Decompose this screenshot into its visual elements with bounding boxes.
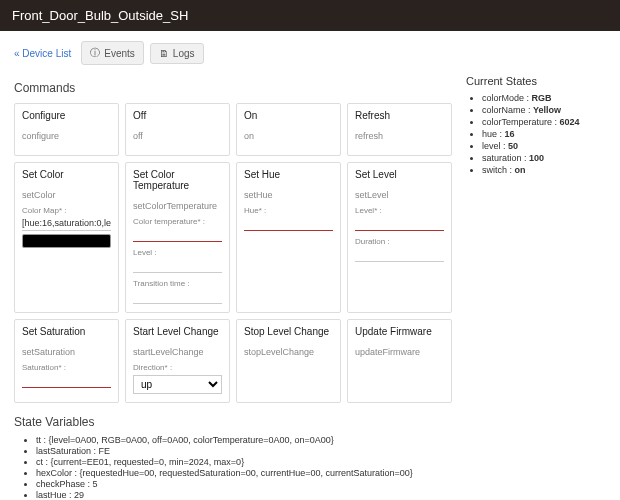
level-label: Level* : <box>355 206 444 215</box>
app-header: Front_Door_Bulb_Outside_SH <box>0 0 620 31</box>
saturation-input[interactable] <box>22 373 111 388</box>
state-item: saturation : 100 <box>482 153 606 163</box>
cmd-sub: startLevelChange <box>133 347 222 357</box>
cmd-title: Stop Level Change <box>244 326 333 337</box>
top-nav: « Device List ⓘ Events 🗎 Logs <box>14 41 606 65</box>
cmd-set-saturation[interactable]: Set Saturation setSaturation Saturation*… <box>14 319 119 403</box>
state-variables-list: tt : {level=0A00, RGB=0A00, off=0A00, co… <box>14 435 452 500</box>
cmd-title: On <box>244 110 333 121</box>
cmd-start-level-change[interactable]: Start Level Change startLevelChange Dire… <box>125 319 230 403</box>
variable-item: tt : {level=0A00, RGB=0A00, off=0A00, co… <box>36 435 452 445</box>
cmd-set-color-temperature[interactable]: Set Color Temperature setColorTemperatur… <box>125 162 230 313</box>
cmd-sub: configure <box>22 131 111 141</box>
state-item: colorName : Yellow <box>482 105 606 115</box>
direction-select[interactable]: up <box>133 375 222 394</box>
cmd-sub: off <box>133 131 222 141</box>
hue-label: Hue* : <box>244 206 333 215</box>
state-item: colorMode : RGB <box>482 93 606 103</box>
cmd-stop-level-change[interactable]: Stop Level Change stopLevelChange <box>236 319 341 403</box>
cmd-set-color[interactable]: Set Color setColor Color Map* : <box>14 162 119 313</box>
cmd-sub: setHue <box>244 190 333 200</box>
cmd-update-firmware[interactable]: Update Firmware updateFirmware <box>347 319 452 403</box>
cmd-title: Start Level Change <box>133 326 222 337</box>
state-item: level : 50 <box>482 141 606 151</box>
cmd-configure[interactable]: Configure configure <box>14 103 119 156</box>
cmd-off[interactable]: Off off <box>125 103 230 156</box>
cmd-title: Set Color Temperature <box>133 169 222 191</box>
duration-label: Duration : <box>355 237 444 246</box>
logs-label: Logs <box>173 48 195 59</box>
cmd-title: Configure <box>22 110 111 121</box>
level-input[interactable] <box>355 216 444 231</box>
ct-level-label: Level : <box>133 248 222 257</box>
state-item: colorTemperature : 6024 <box>482 117 606 127</box>
current-states-heading: Current States <box>466 75 606 87</box>
variable-item: lastHue : 29 <box>36 490 452 500</box>
info-icon: ⓘ <box>90 46 100 60</box>
document-icon: 🗎 <box>159 48 169 59</box>
cmd-set-level[interactable]: Set Level setLevel Level* : Duration : <box>347 162 452 313</box>
cmd-sub: updateFirmware <box>355 347 444 357</box>
cmd-sub: setColor <box>22 190 111 200</box>
direction-label: Direction* : <box>133 363 222 372</box>
content-area: « Device List ⓘ Events 🗎 Logs Commands C… <box>0 31 620 500</box>
page-title: Front_Door_Bulb_Outside_SH <box>12 8 188 23</box>
cmd-title: Set Color <box>22 169 111 180</box>
commands-heading: Commands <box>14 81 452 95</box>
cmd-sub: stopLevelChange <box>244 347 333 357</box>
cmd-title: Set Level <box>355 169 444 180</box>
ct-label: Color temperature* : <box>133 217 222 226</box>
events-button[interactable]: ⓘ Events <box>81 41 144 65</box>
cmd-title: Off <box>133 110 222 121</box>
variable-item: checkPhase : 5 <box>36 479 452 489</box>
ct-tt-label: Transition time : <box>133 279 222 288</box>
color-map-input[interactable] <box>22 216 111 231</box>
color-swatch[interactable] <box>22 234 111 248</box>
commands-grid: Configure configure Off off On on Refres… <box>14 103 452 403</box>
cmd-on[interactable]: On on <box>236 103 341 156</box>
variable-item: ct : {current=EE01, requested=0, min=202… <box>36 457 452 467</box>
variable-item: hexColor : {requestedHue=00, requestedSa… <box>36 468 452 478</box>
cmd-sub: setColorTemperature <box>133 201 222 211</box>
logs-button[interactable]: 🗎 Logs <box>150 43 204 64</box>
cmd-title: Refresh <box>355 110 444 121</box>
state-item: hue : 16 <box>482 129 606 139</box>
duration-input[interactable] <box>355 247 444 262</box>
ct-input[interactable] <box>133 227 222 242</box>
cmd-set-hue[interactable]: Set Hue setHue Hue* : <box>236 162 341 313</box>
color-map-label: Color Map* : <box>22 206 111 215</box>
variable-item: lastSaturation : FE <box>36 446 452 456</box>
cmd-sub: on <box>244 131 333 141</box>
cmd-title: Set Hue <box>244 169 333 180</box>
cmd-title: Set Saturation <box>22 326 111 337</box>
current-states-list: colorMode : RGBcolorName : YellowcolorTe… <box>466 93 606 175</box>
cmd-refresh[interactable]: Refresh refresh <box>347 103 452 156</box>
ct-level-input[interactable] <box>133 258 222 273</box>
state-item: switch : on <box>482 165 606 175</box>
cmd-title: Update Firmware <box>355 326 444 337</box>
events-label: Events <box>104 48 135 59</box>
cmd-sub: refresh <box>355 131 444 141</box>
cmd-sub: setSaturation <box>22 347 111 357</box>
hue-input[interactable] <box>244 216 333 231</box>
sat-label: Saturation* : <box>22 363 111 372</box>
cmd-sub: setLevel <box>355 190 444 200</box>
state-variables-heading: State Variables <box>14 415 452 429</box>
device-list-link[interactable]: « Device List <box>14 48 71 59</box>
ct-tt-input[interactable] <box>133 289 222 304</box>
current-states-panel: Current States colorMode : RGBcolorName … <box>466 75 606 500</box>
